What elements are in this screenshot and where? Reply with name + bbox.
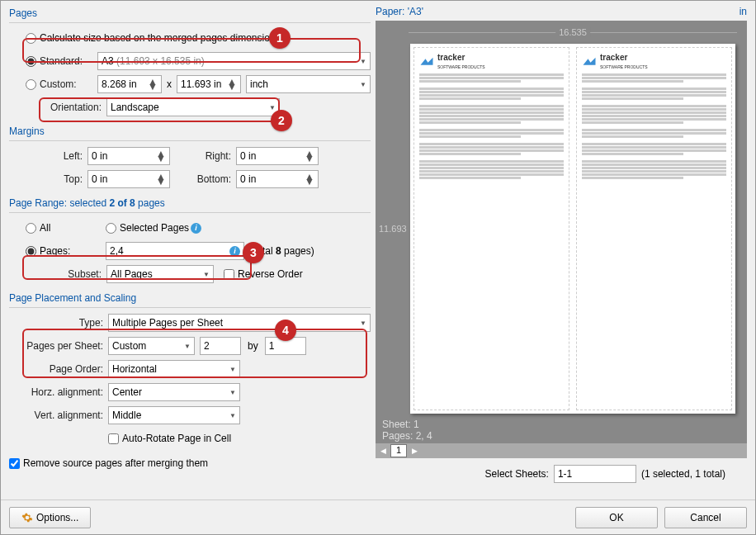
label-pages: Pages:	[40, 245, 106, 257]
preview-info: Sheet: 1 Pages: 2, 4	[376, 417, 747, 443]
cancel-button[interactable]: Cancel	[664, 507, 747, 528]
next-sheet-button[interactable]: ▶	[407, 447, 422, 455]
annotation-callout: 3	[243, 242, 264, 263]
label-by: by	[241, 340, 265, 352]
label-subset: Subset:	[9, 268, 106, 280]
label-calculate: Calculate size based on the merged pages…	[40, 32, 281, 44]
label-margin-bottom: Bottom:	[170, 173, 236, 185]
input-pages[interactable]: 2,4 i	[106, 242, 244, 260]
label-custom: Custom:	[40, 78, 97, 90]
section-title-pages: Pages	[9, 6, 371, 19]
label-margin-left: Left:	[9, 150, 87, 162]
radio-custom[interactable]	[26, 79, 36, 90]
chevron-down-icon: ▼	[360, 58, 366, 65]
label-orientation: Orientation:	[9, 102, 106, 113]
combo-placement-type[interactable]: Multiple Pages per Sheet▼	[108, 314, 371, 332]
radio-pages[interactable]	[26, 246, 36, 257]
combo-orientation[interactable]: Landscape▼	[106, 98, 280, 116]
preview-page: trackerSOFTWARE PRODUCTS	[576, 47, 732, 410]
label-pages-per-sheet: Pages per Sheet:	[9, 340, 108, 352]
checkbox-remove-source[interactable]	[9, 458, 20, 469]
combo-subset[interactable]: All Pages▼	[106, 265, 214, 283]
label-valign: Vert. alignment:	[9, 410, 108, 421]
info-icon[interactable]: i	[191, 223, 201, 234]
radio-calculate[interactable]	[26, 33, 36, 44]
chevron-down-icon: ▼	[360, 81, 366, 88]
label-auto-rotate: Auto-Rotate Page in Cell	[122, 433, 231, 444]
section-title-placement: Page Placement and Scaling	[9, 291, 371, 304]
label-by-x: x	[162, 78, 177, 90]
chevron-down-icon: ▼	[229, 412, 236, 419]
label-select-sheets: Select Sheets:	[485, 468, 549, 480]
sheet-tab[interactable]: 1	[390, 444, 407, 457]
checkbox-auto-rotate[interactable]	[108, 433, 119, 444]
radio-selected-pages[interactable]	[106, 223, 116, 234]
label-select-summary: (1 selected, 1 total)	[641, 468, 725, 480]
label-remove-source: Remove source pages after merging them	[23, 457, 208, 469]
chevron-down-icon: ▼	[269, 104, 276, 111]
combo-halign[interactable]: Center▼	[108, 383, 240, 401]
combo-pages-per-sheet[interactable]: Custom▼	[108, 337, 195, 355]
label-selected-pages: Selected Pages	[120, 222, 189, 234]
preview-sheet: trackerSOFTWARE PRODUCTS trackerSOFTWARE…	[410, 44, 735, 414]
tracker-logo: trackerSOFTWARE PRODUCTS	[582, 53, 726, 70]
label-halign: Horz. alignment:	[9, 386, 108, 398]
ruler-vertical: 11.693	[379, 40, 407, 417]
combo-page-order[interactable]: Horizontal▼	[108, 360, 240, 378]
annotation-callout: 1	[269, 27, 291, 49]
preview-tab-bar: ◀ 1 ▶	[376, 443, 747, 458]
combo-standard-size[interactable]: A3 (11.693 x 16.535 in) ▼	[97, 52, 371, 70]
label-margin-right: Right:	[170, 150, 236, 162]
gear-icon	[21, 512, 33, 523]
tracker-logo: trackerSOFTWARE PRODUCTS	[419, 53, 564, 70]
label-paper-unit: in	[739, 6, 747, 17]
ruler-horizontal: 16.535	[409, 27, 737, 37]
info-icon[interactable]: i	[229, 246, 240, 257]
input-select-sheets[interactable]: 1-1	[554, 465, 636, 483]
section-title-margins: Margins	[9, 124, 371, 137]
section-title-range: Page Range: selected 2 of 8 pages	[9, 196, 371, 209]
radio-all-pages[interactable]	[26, 223, 36, 234]
spin-margin-right[interactable]: 0 in▲▼	[236, 147, 319, 165]
chevron-down-icon: ▼	[229, 366, 236, 373]
checkbox-reverse-order[interactable]	[224, 269, 234, 280]
prev-sheet-button[interactable]: ◀	[376, 447, 390, 455]
label-standard: Standard:	[40, 55, 97, 67]
ok-button[interactable]: OK	[575, 507, 658, 528]
options-button[interactable]: Options...	[9, 507, 91, 528]
label-type: Type:	[9, 317, 108, 329]
spin-custom-height[interactable]: 11.693 in▲▼	[177, 75, 241, 93]
spin-margin-top[interactable]: 0 in▲▼	[87, 170, 170, 188]
label-all: All	[40, 222, 106, 234]
spin-margin-bottom[interactable]: 0 in▲▼	[236, 170, 319, 188]
chevron-down-icon: ▼	[203, 271, 210, 278]
preview-page: trackerSOFTWARE PRODUCTS	[413, 47, 569, 410]
chevron-down-icon: ▼	[229, 389, 236, 396]
label-reverse-order: Reverse Order	[238, 268, 303, 280]
spin-custom-width[interactable]: 8.268 in▲▼	[97, 75, 162, 93]
combo-unit[interactable]: inch▼	[246, 75, 371, 93]
chevron-down-icon: ▼	[360, 320, 366, 327]
chevron-down-icon: ▼	[184, 343, 191, 350]
label-paper-title: Paper: 'A3'	[376, 6, 423, 17]
annotation-callout: 4	[275, 320, 296, 341]
preview-area: 16.535 11.693 trackerSOFTWARE PRODUCTS t…	[376, 21, 747, 458]
label-page-order: Page Order:	[9, 363, 108, 375]
annotation-callout: 2	[271, 110, 292, 131]
label-margin-top: Top:	[9, 173, 87, 185]
radio-standard[interactable]	[26, 56, 36, 67]
spin-margin-left[interactable]: 0 in▲▼	[87, 147, 170, 165]
input-pps-cols[interactable]: 2	[200, 337, 241, 355]
combo-valign[interactable]: Middle▼	[108, 406, 240, 424]
